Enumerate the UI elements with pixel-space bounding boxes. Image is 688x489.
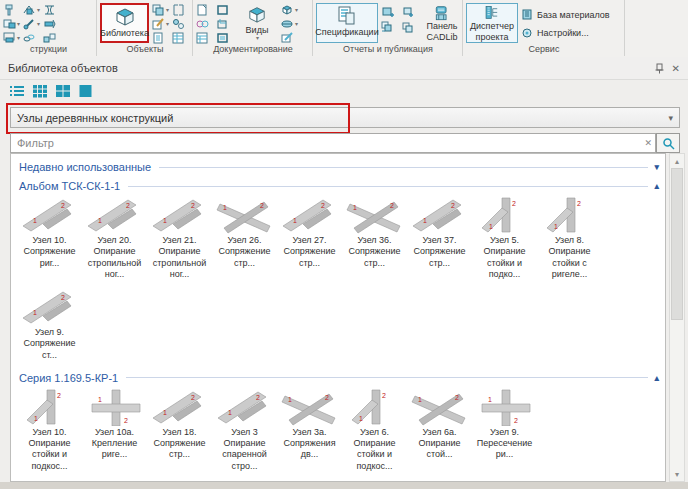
- specifications-button[interactable]: Спецификации: [316, 3, 378, 43]
- svg-text:2: 2: [325, 394, 329, 401]
- library-item[interactable]: 12 Узел 6. Опирание стойки и подкос...: [342, 388, 407, 472]
- spec-table-icon[interactable]: [196, 31, 213, 44]
- section-title[interactable]: Альбом ТСК-СК-1-1: [15, 180, 120, 192]
- section-chevron-icon[interactable]: ▴: [654, 181, 661, 191]
- settings-button[interactable]: Настройки...: [521, 25, 610, 40]
- object-copy-icon[interactable]: ▾: [152, 3, 169, 16]
- library-item[interactable]: 12 Узел 6а. Опирание стой...: [407, 388, 472, 472]
- project-manager-icon: [480, 5, 504, 21]
- library-button[interactable]: Библиотека: [100, 3, 149, 43]
- object-edit-icon[interactable]: ▾: [152, 17, 169, 30]
- category-dropdown-value: Узлы деревянных конструкций: [17, 112, 668, 124]
- dropdown-arrow-icon: ▾: [256, 35, 259, 42]
- report-add-icon[interactable]: [381, 6, 398, 19]
- library-item[interactable]: 12 Узел 10. Сопряжение риг...: [17, 196, 82, 280]
- cadlib-panel-button[interactable]: Панель CADLib: [421, 3, 463, 43]
- object-doc-icon[interactable]: [152, 31, 169, 44]
- library-item[interactable]: 12 Узел 3а. Сопряжения дв...: [277, 388, 342, 472]
- pin-icon[interactable]: [655, 63, 664, 74]
- filter-row: ✕: [10, 133, 680, 153]
- ribbon-empty-space: [625, 0, 688, 57]
- item-thumbnail: 12: [86, 388, 144, 426]
- svg-text:2: 2: [382, 392, 386, 399]
- section-chevron-icon[interactable]: ▴: [654, 373, 661, 383]
- item-thumbnail: 12: [541, 196, 599, 234]
- detail-view-icon[interactable]: [216, 31, 233, 44]
- item-thumbnail: 12: [476, 196, 534, 234]
- grid-small-view-icon[interactable]: [31, 82, 49, 99]
- svg-text:1: 1: [489, 223, 493, 230]
- library-item[interactable]: 12 Узел 10а. Крепление риге...: [82, 388, 147, 472]
- search-button[interactable]: [656, 133, 680, 153]
- scrollbar[interactable]: ▴ ▾: [669, 153, 685, 482]
- joint-tool-icon[interactable]: [43, 3, 60, 16]
- close-icon[interactable]: ✕: [672, 63, 680, 74]
- link-tool-icon[interactable]: [23, 31, 40, 44]
- grid-large-view-icon[interactable]: [77, 82, 95, 99]
- clear-filter-icon[interactable]: ✕: [644, 138, 652, 158]
- brace-tool-icon[interactable]: ▾: [23, 17, 40, 30]
- publish-add-icon[interactable]: [401, 6, 418, 19]
- project-manager-button[interactable]: Диспетчер проекта: [466, 3, 518, 43]
- library-item[interactable]: 12 Узел 26. Сопряжение стр...: [212, 196, 277, 280]
- svg-text:1: 1: [423, 217, 427, 224]
- scroll-up-icon[interactable]: ▴: [670, 154, 684, 168]
- materials-db-label: База материалов: [537, 10, 610, 20]
- scrollbar-track[interactable]: [670, 168, 684, 467]
- filter-input[interactable]: [10, 133, 656, 153]
- library-button-label: Библиотека: [100, 28, 149, 38]
- library-item[interactable]: 12 Узел 3 Опирание спаренной стро...: [212, 388, 277, 472]
- object-split-icon[interactable]: [172, 17, 189, 30]
- library-item[interactable]: 12 Узел 5. Опирание стойки и подко...: [472, 196, 537, 280]
- publish-copy-icon[interactable]: [401, 20, 418, 33]
- list-view-icon[interactable]: [8, 82, 26, 99]
- item-label: Узел 20. Опирание стропильной ног...: [82, 235, 147, 280]
- grid-medium-view-icon[interactable]: [54, 82, 72, 99]
- library-item[interactable]: 12 Узел 21. Опирание стропильной ног...: [147, 196, 212, 280]
- library-item[interactable]: 12 Узел 20. Опирание стропильной ног...: [82, 196, 147, 280]
- markup-icon[interactable]: [281, 31, 298, 44]
- frame-tool-icon[interactable]: ▾: [3, 31, 20, 44]
- item-label: Узел 8. Опирание стойки с ригеле...: [537, 235, 602, 280]
- beam-tool-icon[interactable]: [3, 3, 20, 16]
- scroll-down-icon[interactable]: ▾: [670, 467, 684, 481]
- item-thumbnail: 12: [476, 388, 534, 426]
- library-item[interactable]: 12 Узел 36. Сопряжение стр...: [342, 196, 407, 280]
- project-manager-label: Диспетчер проекта: [470, 21, 514, 42]
- library-item[interactable]: 12 Узел 10. Опирание стойки и подкос...: [17, 388, 82, 472]
- section-plane-icon[interactable]: ▾: [281, 17, 298, 30]
- anchor-tool-icon[interactable]: [43, 17, 60, 30]
- section-chevron-icon[interactable]: ▾: [654, 162, 661, 172]
- library-item[interactable]: 12 Узел 9. Сопряжение ст...: [17, 288, 82, 361]
- svg-text:2: 2: [321, 202, 325, 209]
- sheet-icon[interactable]: [196, 3, 213, 16]
- connector-tool-icon[interactable]: [43, 31, 60, 44]
- crop-view-icon[interactable]: [216, 17, 233, 30]
- truss-tool-icon[interactable]: ▾: [23, 3, 40, 16]
- library-item[interactable]: 12 Узел 9. Пересечение ри...: [472, 388, 537, 472]
- model-view-icon[interactable]: ▾: [281, 3, 298, 16]
- item-label: Узел 27. Сопряжение стр...: [277, 235, 342, 269]
- section-title[interactable]: Серия 1.169.5-КР-1: [15, 372, 118, 384]
- views-button[interactable]: Виды ▾: [236, 3, 278, 43]
- library-panel: Библиотека объектов ✕ Узлы деревянных ко…: [0, 57, 688, 482]
- library-item[interactable]: 12 Узел 37. Сопряжение стр...: [407, 196, 472, 280]
- object-group-icon[interactable]: [172, 3, 189, 16]
- viewport-icon[interactable]: [216, 3, 233, 16]
- materials-db-button[interactable]: База материалов: [521, 7, 610, 22]
- object-table-icon[interactable]: [172, 31, 189, 44]
- item-label: Узел 21. Опирание стропильной ног...: [147, 235, 212, 280]
- scrollbar-thumb[interactable]: [671, 168, 683, 320]
- library-item[interactable]: 12 Узел 18. Сопряжение стр...: [147, 388, 212, 472]
- svg-text:2: 2: [577, 200, 581, 207]
- library-item[interactable]: 12 Узел 27. Сопряжение стр...: [277, 196, 342, 280]
- library-item[interactable]: 12 Узел 8. Опирание стойки с ригеле...: [537, 196, 602, 280]
- section-title[interactable]: Недавно использованные: [15, 161, 151, 173]
- svg-text:1: 1: [488, 396, 492, 403]
- report-copy-icon[interactable]: [381, 20, 398, 33]
- item-label: Узел 18. Сопряжение стр...: [147, 427, 212, 461]
- column-tool-icon[interactable]: ▾: [3, 17, 20, 30]
- category-dropdown[interactable]: Узлы деревянных конструкций ▾: [10, 107, 680, 128]
- settings-icon: [521, 27, 534, 39]
- compare-icon[interactable]: [196, 17, 213, 30]
